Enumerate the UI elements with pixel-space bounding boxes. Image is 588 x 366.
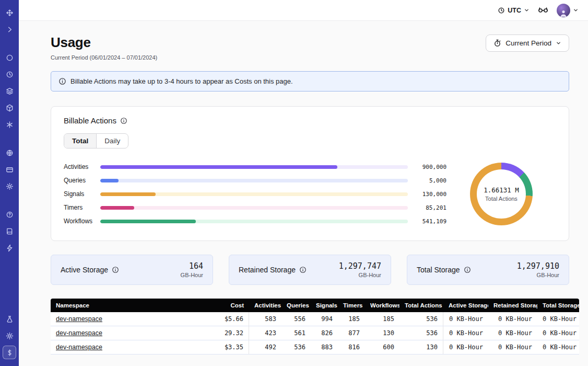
- total-storage-card: Total Storage 1,297,910 GB-Hour: [407, 255, 569, 285]
- dollar-icon[interactable]: [3, 346, 16, 359]
- stopwatch-icon: [493, 39, 501, 47]
- lightning-icon[interactable]: [3, 241, 16, 255]
- bar-row: Signals 130,000: [64, 187, 446, 201]
- cell-cost: $3.35: [207, 340, 249, 354]
- info-icon: [58, 77, 66, 85]
- gear-icon[interactable]: [3, 179, 16, 193]
- chevron-right-icon[interactable]: [3, 22, 16, 36]
- bar-value: 5,000: [414, 177, 446, 184]
- storage-card-value: 1,297,910: [517, 261, 559, 271]
- page-title: Usage: [51, 35, 157, 51]
- content: Usage Current Period (06/01/2024 – 07/01…: [19, 21, 588, 366]
- cell-signals: 994: [311, 312, 338, 326]
- card-icon[interactable]: [3, 163, 16, 176]
- retained-storage-card: Retained Storage 1,297,747 GB-Hour: [229, 255, 391, 285]
- tab-total[interactable]: Total: [64, 134, 97, 148]
- bar-row: Workflows 541,109: [64, 214, 446, 228]
- bar-fill: [100, 179, 119, 182]
- banner-text: Billable Actions may take up to 3-4 hour…: [70, 77, 293, 85]
- info-icon[interactable]: [299, 266, 307, 273]
- chevron-down-icon: [556, 40, 561, 46]
- book-icon[interactable]: [3, 224, 16, 238]
- view-tabs: Total Daily: [64, 133, 128, 148]
- storage-card-value: 1,297,747: [339, 261, 381, 271]
- col-header: Retained Storage: [488, 299, 537, 312]
- storage-card-unit: GB-Hour: [181, 272, 203, 278]
- bar-row: Queries 5,000: [64, 174, 446, 187]
- cell-cost: $5.66: [207, 312, 249, 326]
- bar-value: 130,000: [414, 191, 446, 198]
- col-header: Workflows: [365, 299, 399, 312]
- active-storage-card: Active Storage 164 GB-Hour: [51, 255, 213, 285]
- cell-timers: 185: [338, 312, 365, 326]
- info-icon[interactable]: [120, 117, 127, 124]
- storage-card-unit: GB-Hour: [517, 272, 559, 278]
- bar-value: 541,109: [414, 218, 446, 225]
- info-banner: Billable Actions may take up to 3-4 hour…: [51, 71, 569, 92]
- period-subtitle: Current Period (06/01/2024 – 07/01/2024): [51, 54, 157, 61]
- bar-track: [100, 220, 408, 223]
- namespace-link[interactable]: dev-namespace: [56, 344, 102, 351]
- namespace-link[interactable]: dev-namespace: [56, 329, 102, 337]
- table-row: dev-namespace 29.32 423 561 826 877 130 …: [51, 326, 579, 340]
- storage-card-unit: GB-Hour: [339, 272, 381, 278]
- cell-total-actions: 536: [399, 326, 443, 340]
- info-icon[interactable]: [464, 266, 471, 273]
- cell-timers: 816: [338, 340, 365, 354]
- billable-actions-card: Billable Actions Total Daily Activities …: [51, 106, 569, 241]
- cell-total-storage: 0 KB-Hour: [537, 340, 579, 354]
- bar-value: 900,000: [414, 164, 446, 170]
- topbar: UTC: [19, 0, 588, 21]
- storage-cards: Active Storage 164 GB-Hour Retained Stor…: [51, 255, 569, 285]
- user-menu[interactable]: [557, 4, 579, 17]
- namespace-link[interactable]: dev-namespace: [56, 315, 102, 323]
- cell-total-storage: 0 KB-Hour: [537, 312, 579, 326]
- bar-value: 85,201: [414, 204, 446, 211]
- tab-daily[interactable]: Daily: [97, 134, 128, 148]
- namespace-usage-table: Namespace Cost Activities Queries Signal…: [51, 299, 569, 354]
- cell-activities: 492: [249, 340, 281, 354]
- col-header: Active Storage: [443, 299, 488, 312]
- flask-icon[interactable]: [3, 312, 16, 326]
- bar-label: Timers: [64, 204, 98, 211]
- period-selector-button[interactable]: Current Period: [486, 35, 569, 52]
- col-header: Signals: [311, 299, 338, 312]
- storage-card-label: Retained Storage: [239, 266, 296, 274]
- col-header: Cost: [207, 299, 249, 312]
- donut-total-value: 1.66131 M: [484, 186, 519, 194]
- cell-total-storage: 0 KB-Hour: [537, 326, 579, 340]
- donut-total-label: Total Actions: [485, 196, 518, 202]
- col-header: Activities: [249, 299, 281, 312]
- donut-ring: 1.66131 M Total Actions: [470, 163, 533, 225]
- storage-card-value: 164: [181, 261, 203, 271]
- info-icon[interactable]: [112, 266, 119, 273]
- cube-icon[interactable]: [3, 101, 16, 115]
- cell-active-storage: 0 KB-Hour: [443, 312, 488, 326]
- bar-row: Activities 900,000: [64, 160, 446, 174]
- glasses-icon[interactable]: [538, 5, 548, 16]
- cell-workflows: 600: [365, 340, 399, 354]
- help-circle-icon[interactable]: [3, 208, 16, 221]
- bar-fill: [100, 206, 134, 210]
- clock-icon[interactable]: [3, 67, 16, 81]
- asterisk-icon[interactable]: [3, 118, 16, 131]
- bar-row: Timers 85,201: [64, 201, 446, 214]
- bar-track: [100, 192, 408, 196]
- bar-fill: [100, 165, 337, 169]
- globe-icon[interactable]: [3, 146, 16, 159]
- circle-icon[interactable]: [3, 51, 16, 64]
- person-icon: [559, 9, 568, 17]
- bar-track: [100, 179, 408, 182]
- cell-active-storage: 0 KB-Hour: [443, 326, 488, 340]
- timezone-selector[interactable]: UTC: [498, 7, 530, 14]
- sun-icon[interactable]: [3, 329, 16, 342]
- cell-retained-storage: 0 KB-Hour: [488, 312, 537, 326]
- layers-icon[interactable]: [3, 84, 16, 98]
- bar-label: Workflows: [64, 218, 98, 225]
- avatar: [557, 4, 570, 17]
- billable-actions-chart: Activities 900,000 Queries 5,000 Signals…: [64, 160, 556, 228]
- chevron-down-icon: [524, 7, 530, 13]
- cell-total-actions: 130: [399, 340, 443, 354]
- move-icon[interactable]: [3, 6, 16, 19]
- col-header: Namespace: [51, 299, 207, 312]
